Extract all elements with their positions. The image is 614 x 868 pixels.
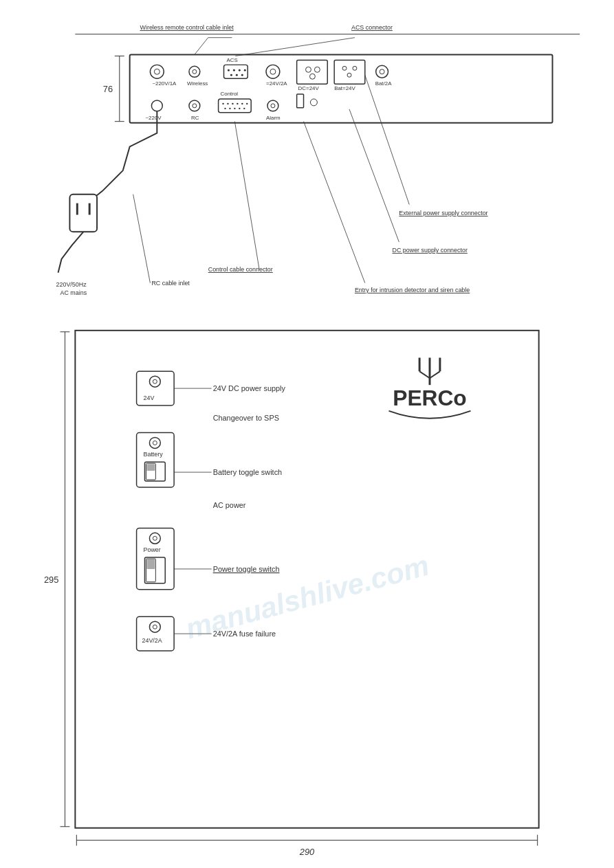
svg-rect-12: [224, 65, 248, 78]
svg-point-21: [266, 65, 280, 78]
svg-rect-24: [297, 60, 328, 84]
svg-point-6: [150, 65, 164, 78]
svg-text:Wireless: Wireless: [187, 80, 208, 87]
svg-text:Changeover to SPS: Changeover to SPS: [213, 413, 279, 421]
top-diagram: 76 ~220V/1A Wireless ACS =24V/2A: [21, 14, 593, 303]
svg-text:Alarm: Alarm: [266, 115, 281, 121]
svg-text:Battery toggle switch: Battery toggle switch: [213, 468, 282, 476]
svg-text:RC: RC: [191, 115, 199, 121]
svg-line-72: [234, 122, 259, 269]
svg-text:295: 295: [44, 574, 58, 584]
svg-text:Control: Control: [221, 91, 239, 97]
svg-point-47: [237, 103, 238, 104]
svg-point-18: [230, 74, 232, 76]
svg-text:AC mains: AC mains: [61, 289, 87, 296]
svg-text:RC cable inlet: RC cable inlet: [151, 280, 190, 287]
svg-rect-60: [69, 194, 97, 232]
svg-point-53: [239, 108, 240, 109]
svg-point-55: [267, 100, 278, 111]
svg-text:External power supply connecto: External power supply connector: [399, 210, 487, 216]
svg-point-37: [151, 100, 162, 111]
svg-point-44: [222, 103, 223, 104]
svg-point-49: [246, 103, 248, 104]
svg-text:Bat=24V: Bat=24V: [334, 85, 355, 91]
svg-text:76: 76: [103, 84, 113, 94]
svg-line-76: [349, 109, 399, 242]
svg-text:~220V: ~220V: [145, 115, 162, 121]
svg-text:24V/2A fuse failure: 24V/2A fuse failure: [213, 630, 276, 638]
svg-point-14: [228, 69, 230, 71]
svg-line-78: [304, 122, 365, 283]
svg-text:AC power: AC power: [213, 500, 246, 509]
page-container: 76 ~220V/1A Wireless ACS =24V/2A: [0, 0, 614, 868]
svg-point-48: [241, 103, 243, 104]
svg-point-15: [233, 69, 235, 71]
svg-point-52: [234, 108, 235, 109]
svg-text:24V/2A: 24V/2A: [142, 637, 162, 644]
svg-point-19: [236, 74, 238, 76]
svg-line-67: [195, 38, 208, 55]
svg-text:Battery: Battery: [144, 451, 164, 458]
svg-point-20: [241, 74, 243, 76]
svg-text:DC=24V: DC=24V: [298, 85, 320, 91]
svg-point-45: [227, 103, 228, 104]
svg-text:Wireless remote control cable : Wireless remote control cable inlet: [140, 24, 234, 31]
svg-point-54: [243, 108, 245, 109]
svg-line-65: [133, 194, 151, 283]
svg-text:Power: Power: [144, 546, 161, 553]
svg-text:DC power supply connector: DC power supply connector: [392, 247, 467, 254]
svg-text:Control cable connector: Control cable connector: [208, 266, 273, 273]
svg-text:Power toggle switch: Power toggle switch: [213, 564, 280, 572]
svg-text:Bat/2A: Bat/2A: [375, 80, 392, 87]
svg-rect-42: [219, 99, 252, 113]
svg-point-16: [239, 69, 241, 71]
svg-text:=24V/2A: =24V/2A: [266, 80, 287, 87]
svg-point-50: [224, 108, 226, 109]
svg-point-51: [229, 108, 230, 109]
svg-point-34: [376, 65, 388, 78]
svg-point-46: [232, 103, 233, 104]
svg-rect-108: [146, 464, 155, 471]
svg-point-17: [244, 69, 246, 71]
svg-point-9: [189, 66, 200, 77]
svg-text:290: 290: [299, 847, 315, 857]
svg-rect-29: [334, 60, 365, 84]
svg-text:ACS connector: ACS connector: [351, 24, 393, 31]
svg-rect-118: [146, 559, 155, 569]
svg-text:ACS: ACS: [226, 57, 237, 63]
svg-point-39: [189, 100, 200, 111]
svg-text:Entry for intrusion detector a: Entry for intrusion detector and siren c…: [355, 287, 470, 293]
svg-text:24V: 24V: [144, 394, 155, 401]
svg-text:24V DC power supply: 24V DC power supply: [213, 384, 286, 392]
svg-text:PERCo: PERCo: [393, 385, 467, 410]
svg-rect-58: [297, 94, 304, 108]
svg-line-70: [235, 38, 355, 56]
bottom-diagram: 295 290 PERCo 24V: [21, 317, 593, 869]
svg-text:~220V/1A: ~220V/1A: [152, 80, 177, 87]
svg-text:220V/50Hz: 220V/50Hz: [56, 281, 87, 288]
